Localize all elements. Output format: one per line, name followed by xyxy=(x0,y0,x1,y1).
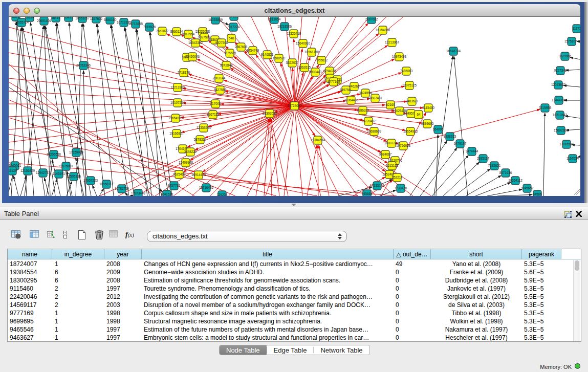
svg-text:1362615: 1362615 xyxy=(298,65,311,69)
svg-text:2718176: 2718176 xyxy=(178,71,190,74)
svg-text:39129: 39129 xyxy=(9,169,17,172)
svg-text:18724007: 18724007 xyxy=(287,104,302,107)
svg-text:16210643: 16210643 xyxy=(553,113,568,117)
svg-text:20691406: 20691406 xyxy=(37,19,52,23)
svg-text:8427552: 8427552 xyxy=(214,88,227,92)
svg-text:9329966: 9329966 xyxy=(559,54,572,58)
svg-text:5878334: 5878334 xyxy=(194,138,207,141)
svg-text:1527602: 1527602 xyxy=(90,17,103,20)
svg-text:8938923: 8938923 xyxy=(444,135,456,138)
svg-text:3215958: 3215958 xyxy=(539,106,552,110)
svg-text:15720407: 15720407 xyxy=(361,119,376,123)
svg-text:19654923: 19654923 xyxy=(403,129,418,133)
svg-text:9777169: 9777169 xyxy=(328,80,340,83)
svg-text:8990443: 8990443 xyxy=(309,70,322,74)
svg-text:12213369: 12213369 xyxy=(170,85,185,89)
svg-text:14055724: 14055724 xyxy=(14,20,29,24)
svg-text:8960124: 8960124 xyxy=(170,30,183,33)
svg-text:7663822: 7663822 xyxy=(156,29,169,33)
svg-text:3875685: 3875685 xyxy=(224,51,236,55)
svg-text:1167534: 1167534 xyxy=(567,157,579,160)
svg-text:129234: 129234 xyxy=(216,193,228,196)
svg-text:2867608: 2867608 xyxy=(235,45,248,49)
svg-text:62160: 62160 xyxy=(386,103,395,106)
svg-text:12325419: 12325419 xyxy=(287,32,301,35)
svg-text:8813054: 8813054 xyxy=(268,17,281,21)
svg-text:16154808: 16154808 xyxy=(376,28,390,32)
svg-text:3624554: 3624554 xyxy=(359,91,372,95)
svg-text:1641628: 1641628 xyxy=(161,192,173,196)
svg-text:9084067: 9084067 xyxy=(379,152,392,156)
svg-text:15640910: 15640910 xyxy=(296,41,311,45)
svg-text:7986322: 7986322 xyxy=(357,108,369,112)
svg-text:19975887: 19975887 xyxy=(59,164,74,168)
svg-text:10961758: 10961758 xyxy=(304,50,319,54)
svg-text:9899695: 9899695 xyxy=(421,122,434,125)
svg-text:9242848: 9242848 xyxy=(220,63,233,67)
svg-text:1615132: 1615132 xyxy=(386,164,399,167)
svg-text:1145191: 1145191 xyxy=(53,172,66,176)
svg-text:16713855: 16713855 xyxy=(128,22,143,26)
svg-text:7955812: 7955812 xyxy=(315,58,328,62)
svg-text:10654112: 10654112 xyxy=(508,179,522,182)
svg-text:6479197: 6479197 xyxy=(454,142,467,145)
svg-text:7632621: 7632621 xyxy=(488,164,501,167)
svg-text:11171: 11171 xyxy=(573,27,580,30)
svg-text:9227342: 9227342 xyxy=(554,69,567,72)
svg-text:15716485: 15716485 xyxy=(199,186,214,189)
svg-text:95431: 95431 xyxy=(64,17,73,19)
svg-text:2803144: 2803144 xyxy=(213,76,226,80)
svg-text:18414: 18414 xyxy=(51,17,60,19)
svg-text:12156829: 12156829 xyxy=(20,169,35,172)
svg-text:10688609: 10688609 xyxy=(367,129,382,133)
svg-text:8912954: 8912954 xyxy=(182,32,195,36)
svg-text:12213967: 12213967 xyxy=(385,40,400,44)
svg-text:217006: 217006 xyxy=(210,102,221,105)
svg-text:64: 64 xyxy=(417,113,421,116)
svg-text:164095: 164095 xyxy=(432,127,444,131)
svg-text:10653267: 10653267 xyxy=(75,17,90,20)
svg-text:2687682: 2687682 xyxy=(365,17,378,21)
svg-text:8471636: 8471636 xyxy=(499,171,512,174)
svg-text:12444195: 12444195 xyxy=(552,98,567,102)
svg-text:2935114: 2935114 xyxy=(477,157,490,160)
svg-text:19756928: 19756928 xyxy=(396,144,411,147)
svg-text:19654983: 19654983 xyxy=(168,116,183,120)
svg-text:17359924: 17359924 xyxy=(69,150,84,154)
svg-text:19384554: 19384554 xyxy=(311,138,325,142)
svg-text:1588520: 1588520 xyxy=(273,56,286,60)
svg-text:16648784: 16648784 xyxy=(446,49,461,53)
svg-text:746266: 746266 xyxy=(349,84,360,88)
svg-text:20053346: 20053346 xyxy=(76,63,91,67)
svg-text:16782759: 16782759 xyxy=(115,187,129,190)
svg-text:1733426: 1733426 xyxy=(395,186,407,190)
svg-text:23420046: 23420046 xyxy=(185,55,200,58)
svg-text:23302035: 23302035 xyxy=(263,112,277,115)
svg-text:19166827: 19166827 xyxy=(169,132,184,135)
svg-text:9146821: 9146821 xyxy=(261,53,274,56)
svg-text:94506: 94506 xyxy=(533,192,542,196)
svg-text:20364436: 20364436 xyxy=(344,98,359,102)
svg-text:8454749: 8454749 xyxy=(247,49,259,52)
svg-text:53226058: 53226058 xyxy=(195,30,210,33)
svg-text:9115460: 9115460 xyxy=(422,106,435,110)
svg-text:17016584: 17016584 xyxy=(559,142,574,146)
svg-text:12505135: 12505135 xyxy=(67,174,81,178)
svg-text:17539: 17539 xyxy=(229,17,238,18)
svg-text:546: 546 xyxy=(229,36,234,40)
svg-text:945661: 945661 xyxy=(361,192,373,195)
svg-text:16914479: 16914479 xyxy=(191,173,206,177)
svg-text:9474444: 9474444 xyxy=(466,149,478,153)
svg-text:10807487: 10807487 xyxy=(368,96,383,100)
svg-text:6794028: 6794028 xyxy=(323,69,336,73)
svg-text:9327508: 9327508 xyxy=(215,41,228,45)
svg-text:12353594: 12353594 xyxy=(197,126,211,129)
svg-text:7357224: 7357224 xyxy=(227,25,240,29)
svg-text:6466160: 6466160 xyxy=(104,18,117,21)
svg-text:19218506: 19218506 xyxy=(277,25,292,28)
svg-text:10973493: 10973493 xyxy=(392,55,407,58)
svg-text:15751074: 15751074 xyxy=(564,39,579,43)
svg-text:15692921: 15692921 xyxy=(554,128,569,132)
svg-text:10107554: 10107554 xyxy=(170,101,185,104)
svg-text:12923448: 12923448 xyxy=(131,191,146,195)
